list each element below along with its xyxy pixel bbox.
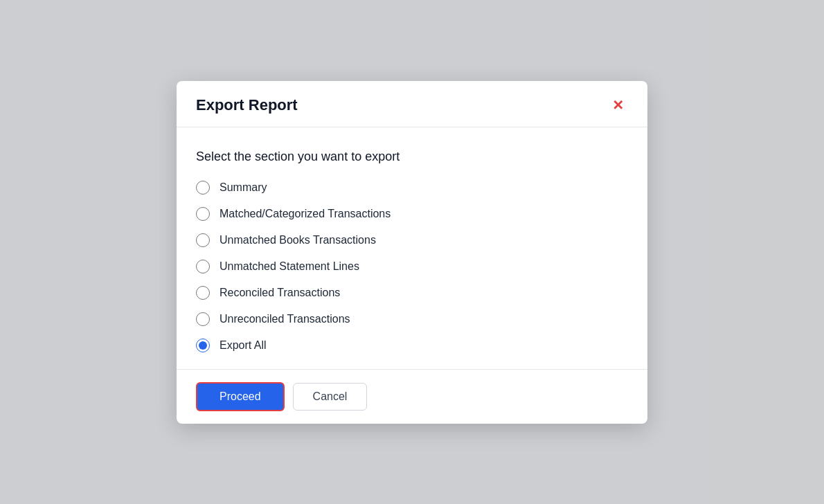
section-select-label: Select the section you want to export xyxy=(196,150,628,164)
radio-group: Summary Matched/Categorized Transactions… xyxy=(196,181,628,352)
modal-title: Export Report xyxy=(196,96,298,114)
radio-export-all[interactable] xyxy=(196,339,210,352)
radio-label-unreconciled: Unreconciled Transactions xyxy=(220,313,350,325)
radio-item-export-all[interactable]: Export All xyxy=(196,339,628,352)
radio-label-unmatched-statement: Unmatched Statement Lines xyxy=(220,260,359,273)
radio-label-reconciled: Reconciled Transactions xyxy=(220,287,340,299)
radio-unreconciled[interactable] xyxy=(196,312,210,326)
radio-reconciled[interactable] xyxy=(196,286,210,300)
proceed-button[interactable]: Proceed xyxy=(196,382,285,411)
radio-item-reconciled[interactable]: Reconciled Transactions xyxy=(196,286,628,300)
radio-item-unmatched-statement[interactable]: Unmatched Statement Lines xyxy=(196,260,628,273)
export-report-modal: Export Report ✕ Select the section you w… xyxy=(177,81,647,424)
radio-matched[interactable] xyxy=(196,207,210,221)
radio-unmatched-books[interactable] xyxy=(196,233,210,247)
radio-label-export-all: Export All xyxy=(220,339,267,352)
radio-label-summary: Summary xyxy=(220,181,267,194)
modal-footer: Proceed Cancel xyxy=(177,369,647,424)
modal-overlay: Export Report ✕ Select the section you w… xyxy=(0,0,824,504)
radio-item-unreconciled[interactable]: Unreconciled Transactions xyxy=(196,312,628,326)
radio-label-matched: Matched/Categorized Transactions xyxy=(220,208,391,220)
modal-header: Export Report ✕ xyxy=(177,81,647,127)
radio-item-matched[interactable]: Matched/Categorized Transactions xyxy=(196,207,628,221)
close-icon: ✕ xyxy=(612,98,624,112)
modal-body: Select the section you want to export Su… xyxy=(177,127,647,369)
radio-label-unmatched-books: Unmatched Books Transactions xyxy=(220,234,376,246)
radio-item-unmatched-books[interactable]: Unmatched Books Transactions xyxy=(196,233,628,247)
close-button[interactable]: ✕ xyxy=(608,97,628,114)
radio-item-summary[interactable]: Summary xyxy=(196,181,628,195)
radio-unmatched-statement[interactable] xyxy=(196,260,210,273)
cancel-button[interactable]: Cancel xyxy=(293,383,368,411)
radio-summary[interactable] xyxy=(196,181,210,195)
